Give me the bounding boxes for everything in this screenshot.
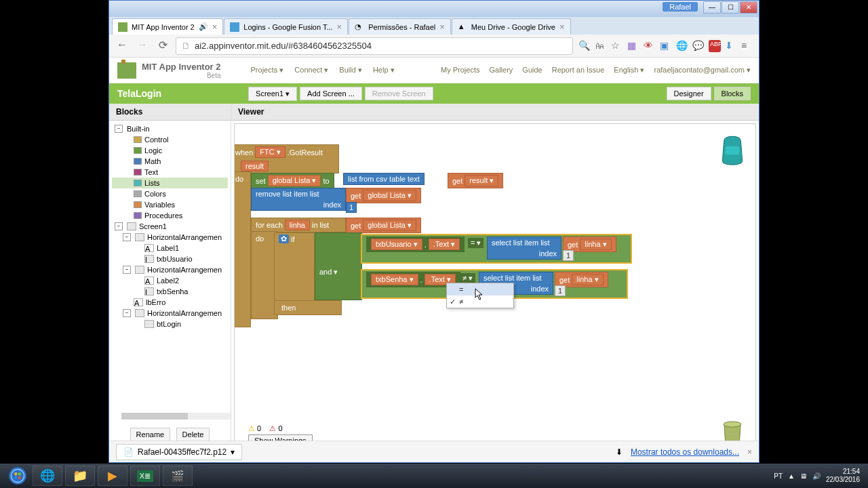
task-camtasia[interactable]: 🎬 xyxy=(163,466,193,486)
tree-control[interactable]: Control xyxy=(112,134,228,145)
block-num-1a[interactable]: 1 xyxy=(346,202,357,213)
dropdown-option-neq[interactable]: ≠ xyxy=(447,296,513,308)
designer-button[interactable]: Designer xyxy=(667,87,711,100)
block-foreach[interactable]: for each linha in list xyxy=(251,218,346,232)
link-gallery[interactable]: Gallery xyxy=(489,66,513,75)
tray-flag-icon[interactable]: ▲ xyxy=(788,472,795,480)
tree-txbusuario[interactable]: ItxbUsuario xyxy=(112,253,228,264)
back-button[interactable]: ← xyxy=(115,39,130,54)
operator-dropdown[interactable]: = ≠ xyxy=(446,283,514,308)
tree-ha1[interactable]: −HorizontalArrangemen xyxy=(112,232,228,243)
tree-text[interactable]: Text xyxy=(112,167,228,178)
tree-lberro[interactable]: AlbErro xyxy=(112,297,228,308)
translate-icon[interactable]: 🗛 xyxy=(595,40,607,52)
tab-appinventor[interactable]: MIT App Inventor 2 🔊 × xyxy=(112,18,223,35)
close-icon[interactable]: × xyxy=(337,22,342,32)
mic-icon[interactable]: ⬇ xyxy=(725,40,737,52)
link-guide[interactable]: Guide xyxy=(522,66,542,75)
block-list-from-csv[interactable]: list from csv table text xyxy=(343,173,425,185)
link-language[interactable]: English ▾ xyxy=(614,66,644,75)
screen-selector[interactable]: Screen1 ▾ xyxy=(248,87,297,101)
close-downloadbar[interactable]: × xyxy=(747,447,752,457)
menu-icon[interactable]: ≡ xyxy=(741,40,753,52)
delete-button[interactable]: Delete xyxy=(176,428,210,441)
close-icon[interactable]: × xyxy=(559,22,565,32)
task-explorer[interactable]: 📁 xyxy=(65,466,95,486)
block-do[interactable]: do xyxy=(234,171,251,327)
maximize-button[interactable]: ☐ xyxy=(722,1,739,14)
ext2-icon[interactable]: 👁 xyxy=(644,40,656,52)
tray-network-icon[interactable]: 🖥 xyxy=(800,472,807,480)
tree-builtin[interactable]: −Built-in xyxy=(112,123,228,134)
tray-sound-icon[interactable]: 🔊 xyxy=(812,472,821,480)
tree-screen1[interactable]: −Screen1 xyxy=(112,221,228,232)
close-icon[interactable]: × xyxy=(212,22,218,32)
tree-lists[interactable]: Lists xyxy=(112,178,228,188)
download-item[interactable]: 📄 Rafael-00435ffec7f2.p12 ▾ xyxy=(116,444,242,460)
tree-btlogin[interactable]: btLogin xyxy=(112,319,228,329)
ext5-icon[interactable]: 💬 xyxy=(692,40,705,52)
menu-build[interactable]: Build ▾ xyxy=(339,66,362,75)
menu-help[interactable]: Help ▾ xyxy=(373,66,395,75)
link-myprojects[interactable]: My Projects xyxy=(441,66,479,75)
block-select-item1[interactable]: select list item list index xyxy=(487,237,561,260)
show-all-downloads[interactable]: Mostrar todos os downloads... xyxy=(631,447,739,457)
dropdown-option-eq[interactable]: = xyxy=(447,283,513,296)
ext4-icon[interactable]: 🌐 xyxy=(676,40,688,52)
tab-drive[interactable]: ▲ Meu Drive - Google Drive × xyxy=(452,18,571,35)
tab-fusion[interactable]: Logins - Google Fusion T... × xyxy=(224,18,348,35)
block-get-result[interactable]: get result ▾ xyxy=(448,173,503,188)
block-num-1b[interactable]: 1 xyxy=(563,250,574,261)
tree-procedures[interactable]: Procedures xyxy=(112,210,228,221)
block-and[interactable]: and ▾ xyxy=(315,232,362,300)
tray-lang[interactable]: PT xyxy=(774,472,783,480)
tree-logic[interactable]: Logic xyxy=(112,145,228,156)
menu-projects[interactable]: Projects ▾ xyxy=(251,66,284,75)
task-excel[interactable]: X≣ xyxy=(130,466,160,486)
tab-permissoes[interactable]: ◔ Permissões - Rafael × xyxy=(349,18,451,35)
task-chrome[interactable]: 🌐 xyxy=(33,466,62,486)
reload-button[interactable]: ⟳ xyxy=(155,39,170,54)
block-remove-list-item[interactable]: remove list item list index xyxy=(251,188,346,211)
start-button[interactable] xyxy=(4,465,31,487)
chevron-down-icon[interactable]: ▾ xyxy=(231,447,235,457)
blocks-tree[interactable]: −Built-in Control Logic Math Text Lists … xyxy=(109,121,231,411)
rename-button[interactable]: Rename xyxy=(130,428,171,441)
block-txbusuario-text[interactable]: txbUsuario ▾ . .Text ▾ xyxy=(366,237,465,252)
menu-connect[interactable]: Connect ▾ xyxy=(294,66,328,75)
tree-variables[interactable]: Variables xyxy=(112,199,228,210)
block-set-globallista[interactable]: set global Lista ▾ to xyxy=(251,173,334,188)
search-icon[interactable]: 🔍 xyxy=(578,40,591,52)
ext3-icon[interactable]: ▣ xyxy=(660,40,672,52)
block-when-gotresult[interactable]: when FTC ▾ .GotResult result xyxy=(234,144,339,174)
block-get-globallista1[interactable]: get global Lista ▾ xyxy=(346,188,421,203)
block-then[interactable]: then xyxy=(274,300,342,315)
abp-icon[interactable]: ABP xyxy=(709,40,721,52)
blocks-button[interactable]: Blocks xyxy=(714,87,751,100)
tray-clock[interactable]: 21:54 22/03/2016 xyxy=(826,468,860,484)
link-account[interactable]: rafaeljacontato@gmail.com ▾ xyxy=(654,66,751,75)
url-input[interactable]: 🗋 ai2.appinventor.mit.edu/#6384604562325… xyxy=(176,37,573,55)
tree-label2[interactable]: ALabel2 xyxy=(112,275,228,286)
star-icon[interactable]: ☆ xyxy=(611,40,623,52)
close-button[interactable]: ✕ xyxy=(740,1,757,14)
tree-ha3[interactable]: −HorizontalArrangemen xyxy=(112,308,228,319)
close-icon[interactable]: × xyxy=(439,22,445,32)
sidebar-scrollbar[interactable] xyxy=(121,413,232,420)
task-media[interactable]: ▶ xyxy=(98,466,127,486)
tree-ha2[interactable]: −HorizontalArrangemen xyxy=(112,264,228,275)
minimize-button[interactable]: — xyxy=(703,1,721,14)
tree-txbsenha[interactable]: ItxbSenha xyxy=(112,286,228,297)
tree-colors[interactable]: Colors xyxy=(112,188,228,199)
forward-button[interactable]: → xyxy=(135,39,150,54)
add-screen-button[interactable]: Add Screen ... xyxy=(300,87,362,100)
tree-math[interactable]: Math xyxy=(112,156,228,167)
remove-screen-button[interactable]: Remove Screen xyxy=(365,87,433,100)
blocks-canvas[interactable]: when FTC ▾ .GotResult result do set glob… xyxy=(234,123,756,460)
block-num-1c[interactable]: 1 xyxy=(555,285,566,296)
ext1-icon[interactable]: ▦ xyxy=(627,40,639,52)
block-get-globallista2[interactable]: get global Lista ▾ xyxy=(346,218,421,233)
block-eq-compare[interactable]: txbUsuario ▾ . .Text ▾ = ▾ select list i… xyxy=(361,234,632,264)
tree-label1[interactable]: ALabel1 xyxy=(112,243,228,253)
link-report[interactable]: Report an Issue xyxy=(552,66,605,75)
